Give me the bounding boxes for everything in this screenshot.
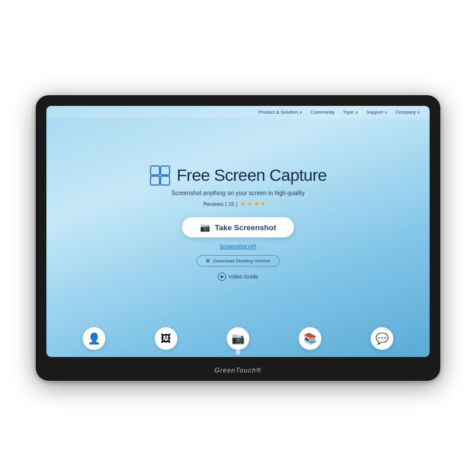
- play-icon: ▶: [218, 273, 226, 281]
- desktop-icon: 🖥: [205, 258, 210, 264]
- hero-title-row: Free Screen Capture: [149, 165, 327, 186]
- user-icon-button[interactable]: 👤: [83, 327, 105, 350]
- center-dot-indicator: [236, 350, 240, 355]
- star-rating: ★ ★ ★ ★ ☆: [240, 200, 273, 208]
- chat-icon: 💬: [375, 332, 389, 345]
- brand-name: GreenTouch: [214, 367, 256, 374]
- screenshot-api-link[interactable]: Screenshot API: [220, 243, 256, 249]
- navigation-bar: Product & Solution Community Topic Suppo…: [46, 106, 430, 118]
- star-4: ★: [260, 200, 266, 208]
- camera-icon: 📷: [200, 223, 210, 232]
- star-2: ★: [247, 200, 253, 208]
- take-screenshot-label: Take Screenshot: [215, 223, 276, 232]
- books-icon-button[interactable]: 📚: [299, 327, 321, 350]
- take-screenshot-button[interactable]: 📷 Take Screenshot: [182, 217, 294, 237]
- svg-rect-1: [161, 166, 170, 175]
- brand-superscript: ®: [256, 367, 262, 374]
- video-guide-label: Video Guide: [228, 274, 258, 280]
- nav-support[interactable]: Support: [367, 109, 387, 115]
- star-5: ☆: [267, 200, 273, 208]
- screen: Product & Solution Community Topic Suppo…: [46, 106, 430, 357]
- icon-bar: 👤 🖼 📷 📚 💬: [46, 321, 430, 357]
- star-3: ★: [253, 200, 259, 208]
- gallery-icon-button[interactable]: 📷: [227, 327, 249, 350]
- svg-rect-0: [151, 166, 159, 175]
- hero-title: Free Screen Capture: [177, 166, 327, 185]
- nav-company[interactable]: Company: [396, 109, 420, 115]
- reviews-label: Reviews ( 15 ): [203, 201, 238, 207]
- image-icon-button[interactable]: 🖼: [155, 327, 177, 350]
- books-icon: 📚: [303, 332, 317, 345]
- svg-rect-3: [161, 176, 170, 185]
- download-desktop-label: Download Desktop Version: [213, 258, 270, 264]
- download-desktop-button[interactable]: 🖥 Download Desktop Version: [196, 255, 279, 267]
- svg-rect-2: [151, 176, 159, 185]
- nav-product-solution[interactable]: Product & Solution: [259, 109, 302, 115]
- hero-section: Free Screen Capture Screenshot anything …: [149, 165, 327, 281]
- nav-topic[interactable]: Topic: [343, 109, 358, 115]
- hero-subtitle: Screenshot anything on your screen in hi…: [171, 190, 305, 196]
- brand-label: GreenTouch®: [214, 367, 261, 374]
- star-1: ★: [240, 200, 246, 208]
- gallery-icon: 📷: [231, 332, 245, 345]
- video-guide-link[interactable]: ▶ Video Guide: [218, 273, 258, 281]
- app-logo-icon: [149, 165, 171, 186]
- reviews-row: Reviews ( 15 ) ★ ★ ★ ★ ☆: [203, 200, 273, 208]
- image-icon: 🖼: [161, 333, 171, 345]
- monitor: Product & Solution Community Topic Suppo…: [36, 95, 440, 381]
- main-content: Free Screen Capture Screenshot anything …: [46, 118, 430, 321]
- nav-community[interactable]: Community: [311, 109, 334, 115]
- user-icon: 👤: [87, 332, 101, 345]
- chat-icon-button[interactable]: 💬: [371, 327, 393, 350]
